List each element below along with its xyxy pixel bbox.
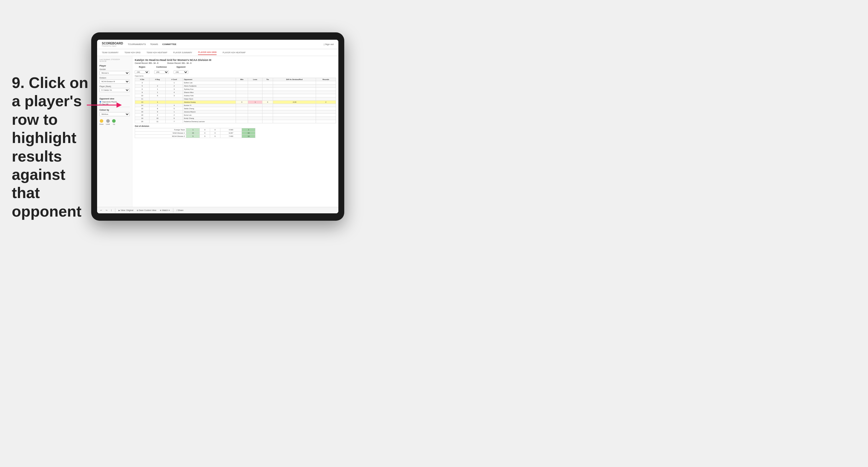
table-cell	[248, 111, 262, 114]
table-cell: 3	[135, 81, 150, 85]
legend-down-icon	[100, 119, 103, 123]
table-row[interactable]: 613Sydney Kuo	[135, 88, 336, 91]
sub-nav-player-summary[interactable]: PLAYER SUMMARY	[173, 50, 192, 55]
gender-label: Gender	[99, 68, 130, 70]
table-cell	[262, 111, 273, 114]
table-cell: 13	[135, 101, 150, 104]
main-content: Last Updated: 27/03/2024 16:55:28 Player…	[97, 56, 338, 207]
table-cell: 6	[150, 94, 165, 97]
table-cell: 1	[150, 101, 165, 104]
nav-committee[interactable]: COMMITTEE	[162, 42, 176, 47]
opponent-filter-select[interactable]: (All)	[174, 70, 188, 74]
opponents-label: Opponents:	[135, 75, 336, 77]
ood-diff-cell: 4.500	[220, 128, 242, 131]
sub-nav-player-h2h-heatmap[interactable]: PLAYER H2H HEATMAP	[222, 50, 245, 55]
legend-up: Up	[112, 119, 116, 125]
redo-btn[interactable]: ↪	[105, 209, 108, 212]
undo-btn[interactable]: ↩	[99, 209, 103, 212]
player-rank-label: Player (Rank)	[99, 85, 130, 87]
table-cell	[316, 97, 336, 101]
table-row[interactable]: 20117Federica Domecq Lacroze	[135, 120, 336, 123]
table-cell: 5	[135, 85, 150, 88]
table-cell	[262, 81, 273, 85]
table-row[interactable]: 31Esther Lee	[135, 81, 336, 85]
table-row[interactable]: 1822Euna Lee	[135, 114, 336, 117]
table-cell: 2	[165, 114, 183, 117]
sign-out-link[interactable]: | Sign out	[324, 43, 334, 45]
share-btn[interactable]: ⤴ Share	[176, 209, 185, 212]
radio-opponents-played[interactable]: Opponents Played	[99, 101, 130, 103]
table-cell	[248, 117, 262, 120]
table-cell	[236, 120, 248, 123]
sub-nav-team-h2h-heatmap[interactable]: TEAM H2H HEATMAP	[147, 50, 167, 55]
ood-name-cell: Foreign Team	[135, 128, 186, 131]
conference-filter-group: Conference (All)	[154, 66, 169, 74]
table-cell	[262, 117, 273, 120]
ood-diff-cell: 7.400	[220, 135, 242, 138]
table-row[interactable]: 1063Andrea York	[135, 94, 336, 97]
table-cell	[236, 85, 248, 88]
table-row[interactable]: 131Jessica Huang010-3.002	[135, 101, 336, 104]
radio-top100-dot	[99, 103, 101, 105]
table-row[interactable]: 1474Eunice Yi	[135, 104, 336, 107]
region-filter-select[interactable]: (All)	[135, 70, 150, 74]
table-row[interactable]: 1585Stella Cheng	[135, 107, 336, 111]
table-cell: 6	[135, 88, 150, 91]
tablet-frame: SCOREBOARD Powered by clippd TOURNAMENTS…	[91, 32, 344, 221]
radio-top100[interactable]: Top 100	[99, 103, 130, 105]
ood-table-row[interactable]: NCAA Division 25007.40010	[135, 135, 255, 138]
opponent-filter-group: Opponent (All)	[174, 66, 188, 74]
table-cell: 20	[135, 120, 150, 123]
table-cell	[273, 91, 316, 94]
table-row[interactable]: 19106Emily Chang	[135, 117, 336, 120]
table-cell	[248, 81, 262, 85]
ood-tie-cell: 0	[210, 131, 220, 135]
gender-select[interactable]: Women's	[99, 71, 130, 75]
nav-left: SCOREBOARD Powered by clippd TOURNAMENTS…	[102, 42, 176, 47]
player-rank-select[interactable]: 8. Katelyn Vo	[99, 88, 130, 92]
table-cell	[248, 88, 262, 91]
view-original-btn[interactable]: ▶ View: Original	[118, 209, 134, 212]
conference-filter-select[interactable]: (All)	[154, 70, 169, 74]
table-cell	[273, 97, 316, 101]
table-row[interactable]: 1691Jessica Mason	[135, 111, 336, 114]
table-cell	[316, 85, 336, 88]
col-div: # Div	[135, 78, 150, 81]
table-cell	[262, 91, 273, 94]
ood-table-row[interactable]: Foreign Team1004.5002	[135, 128, 255, 131]
table-row[interactable]: 914Sharon Mun	[135, 91, 336, 94]
watch-btn[interactable]: 👁 Watch ▾	[159, 209, 170, 212]
colour-by-select[interactable]: Win/loss	[99, 112, 130, 116]
toolbar-sep-1	[115, 208, 115, 213]
sub-nav-team-h2h-grid[interactable]: TEAM H2H GRID	[124, 50, 141, 55]
sub-nav-player-h2h-grid[interactable]: PLAYER H2H GRID	[198, 50, 217, 55]
table-cell: 7	[165, 120, 183, 123]
ood-table-row[interactable]: NAIA Division 115009.26730	[135, 131, 255, 135]
table-cell: Sharon Mun	[183, 91, 236, 94]
division-select[interactable]: NCAA Division III	[99, 80, 130, 84]
table-cell: 1	[248, 101, 262, 104]
nav-tournaments[interactable]: TOURNAMENTS	[128, 42, 146, 47]
table-cell: 9	[150, 111, 165, 114]
table-cell: Sydney Kuo	[183, 88, 236, 91]
table-cell: 0	[236, 101, 248, 104]
ood-name-cell: NCAA Division 2	[135, 135, 186, 138]
step-back-btn[interactable]: ⟨	[110, 209, 113, 212]
grid-title: Katelyn Vo Head-to-Head Grid for Women's…	[135, 59, 336, 62]
sub-nav-team-summary[interactable]: TEAM SUMMARY	[102, 50, 119, 55]
table-cell: 4	[165, 91, 183, 94]
nav-teams[interactable]: TEAMS	[150, 42, 158, 47]
table-row[interactable]: 522Alexis Sudjianto	[135, 85, 336, 88]
table-cell: 14	[135, 104, 150, 107]
radio-opponents-dot	[99, 101, 101, 103]
save-custom-btn[interactable]: ⊞ Save Custom View	[136, 209, 157, 212]
table-cell	[262, 114, 273, 117]
table-cell	[248, 94, 262, 97]
table-row[interactable]: 11Haejo Hyun	[135, 97, 336, 101]
table-cell: Jessica Mason	[183, 111, 236, 114]
table-cell: Stella Cheng	[183, 107, 236, 111]
col-reg: # Reg	[150, 78, 165, 81]
table-cell: 1	[165, 111, 183, 114]
table-cell	[236, 111, 248, 114]
nav-links: TOURNAMENTS TEAMS COMMITTEE	[128, 42, 176, 47]
